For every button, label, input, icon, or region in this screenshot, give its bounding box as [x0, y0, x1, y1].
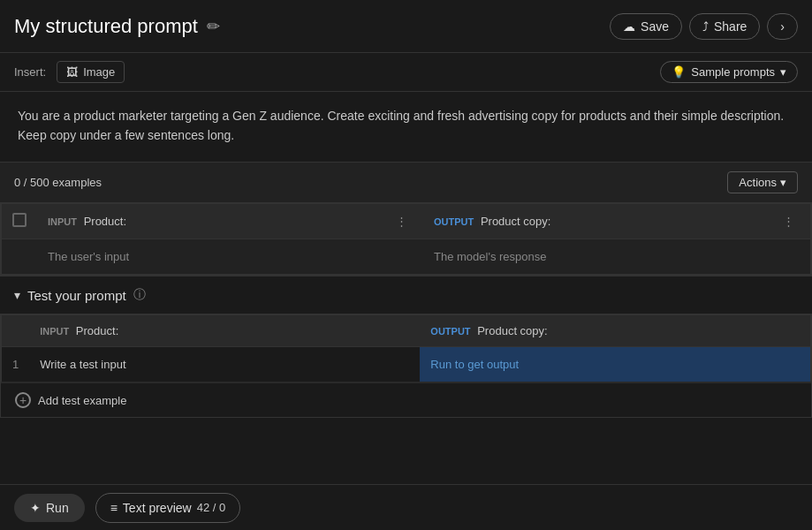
toolbar: Insert: 🖼 Image 💡 Sample prompts ▾: [0, 53, 812, 92]
chevron-right-icon: ›: [780, 19, 785, 34]
insert-label: Insert:: [14, 65, 46, 79]
run-label: Run: [46, 501, 69, 515]
test-table-header-row: INPUT Product: OUTPUT Product copy:: [2, 315, 811, 347]
test-output-column-header: OUTPUT Product copy:: [420, 315, 810, 347]
prompt-area[interactable]: You are a product marketer targeting a G…: [0, 92, 812, 163]
actions-button[interactable]: Actions ▾: [727, 171, 798, 193]
page-title: My structured prompt: [14, 15, 198, 38]
bottom-bar: ✦ Run ≡ Text preview 42 / 0: [0, 484, 812, 530]
sample-prompts-button[interactable]: 💡 Sample prompts ▾: [660, 61, 798, 83]
test-table-wrapper: INPUT Product: OUTPUT Product copy: 1 Wr…: [0, 314, 812, 418]
examples-count: 0 / 500 examples: [14, 176, 102, 189]
edit-icon[interactable]: ✏: [207, 17, 220, 36]
select-all-checkbox[interactable]: [12, 213, 27, 227]
save-button[interactable]: ☁ Save: [610, 13, 682, 40]
test-section-title: Test your prompt: [27, 288, 126, 303]
header-right: ☁ Save ⤴ Share ›: [610, 13, 798, 40]
examples-section: 0 / 500 examples Actions ▾ INPUT Product…: [0, 163, 812, 276]
test-input-text: Write a test input: [40, 358, 125, 371]
text-preview-label: Text preview: [123, 501, 192, 515]
run-button[interactable]: ✦ Run: [14, 494, 85, 522]
placeholder-input-cell[interactable]: The user's input: [37, 239, 380, 275]
output-column-header: OUTPUT Product copy:: [423, 204, 767, 239]
preview-count: 42 / 0: [197, 501, 226, 514]
image-button[interactable]: 🖼 Image: [57, 61, 125, 83]
test-input-cell[interactable]: Write a test input: [29, 347, 420, 382]
toolbar-left: Insert: 🖼 Image: [14, 61, 125, 83]
prompt-text: You are a product marketer targeting a G…: [18, 109, 784, 142]
test-table: INPUT Product: OUTPUT Product copy: 1 Wr…: [1, 314, 811, 382]
test-section-header: ▾ Test your prompt ⓘ: [0, 276, 812, 314]
more-options-button[interactable]: ›: [767, 13, 798, 40]
examples-table-header-row: INPUT Product: ⋮ OUTPUT Product copy: ⋮: [2, 204, 811, 239]
cloud-icon: ☁: [623, 19, 635, 34]
test-num-header: [2, 315, 30, 347]
placeholder-checkbox-cell: [2, 239, 38, 275]
add-test-example-button[interactable]: + Add test example: [1, 382, 811, 417]
share-icon: ⤴: [702, 19, 709, 34]
header-left: My structured prompt ✏: [14, 15, 220, 38]
examples-placeholder-row: The user's input The model's response: [2, 239, 811, 275]
placeholder-input-text: The user's input: [48, 250, 129, 263]
examples-header: 0 / 500 examples Actions ▾: [0, 163, 812, 202]
output-column-menu-icon[interactable]: ⋮: [778, 213, 800, 230]
output-dots-cell: ⋮: [767, 204, 811, 239]
text-preview-button[interactable]: ≡ Text preview 42 / 0: [95, 493, 241, 523]
lightbulb-icon: 💡: [672, 65, 686, 79]
placeholder-output-cell[interactable]: The model's response: [423, 239, 767, 275]
input-column-header: INPUT Product:: [37, 204, 380, 239]
examples-table: INPUT Product: ⋮ OUTPUT Product copy: ⋮: [1, 203, 811, 275]
checkbox-column-header: [2, 204, 38, 239]
input-tag-label: INPUT: [48, 216, 77, 227]
share-button[interactable]: ⤴ Share: [689, 13, 760, 40]
add-test-label: Add test example: [38, 394, 126, 407]
input-column-menu-icon[interactable]: ⋮: [391, 213, 413, 230]
examples-table-wrapper: INPUT Product: ⋮ OUTPUT Product copy: ⋮: [0, 202, 812, 276]
run-icon: ✦: [30, 501, 41, 515]
input-column-name: Product:: [84, 215, 126, 228]
text-preview-icon: ≡: [110, 501, 118, 515]
test-input-name: Product:: [76, 324, 118, 337]
output-tag-label: OUTPUT: [434, 216, 474, 227]
placeholder-output-text: The model's response: [434, 250, 547, 263]
test-section-info-icon[interactable]: ⓘ: [133, 287, 146, 303]
test-input-column-header: INPUT Product:: [29, 315, 420, 347]
placeholder-output-dots-cell: [767, 239, 811, 275]
test-section-chevron-icon[interactable]: ▾: [14, 288, 20, 302]
plus-circle-icon: +: [15, 392, 31, 408]
header: My structured prompt ✏ ☁ Save ⤴ Share ›: [0, 0, 812, 53]
test-output-tag: OUTPUT: [430, 326, 470, 337]
chevron-down-icon: ▾: [780, 65, 786, 79]
table-row: 1 Write a test input Run to get output: [2, 347, 811, 382]
placeholder-input-dots-cell: [380, 239, 423, 275]
output-column-name: Product copy:: [481, 215, 551, 228]
image-icon: 🖼: [66, 65, 78, 79]
actions-chevron-icon: ▾: [780, 176, 786, 189]
test-input-tag: INPUT: [40, 326, 69, 337]
test-output-cell: Run to get output: [420, 347, 810, 382]
test-section: ▾ Test your prompt ⓘ INPUT Product: OUTP…: [0, 276, 812, 418]
input-dots-cell: ⋮: [380, 204, 423, 239]
test-output-text: Run to get output: [430, 358, 519, 371]
test-row-number: 1: [2, 347, 30, 382]
test-output-name: Product copy:: [477, 324, 548, 337]
